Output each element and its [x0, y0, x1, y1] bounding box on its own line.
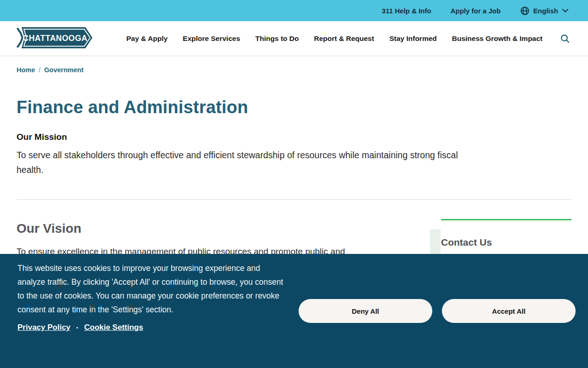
- utility-topbar: 311 Help & Info Apply for a Job English: [0, 0, 588, 21]
- breadcrumb-home[interactable]: Home: [17, 66, 35, 74]
- cookie-message: This website uses cookies to improve you…: [17, 261, 286, 316]
- cookie-links: Privacy Policy ▪ Cookie Settings: [17, 323, 286, 332]
- deny-all-button[interactable]: Deny All: [299, 299, 432, 323]
- contact-us-heading: Contact Us: [441, 237, 571, 248]
- mission-heading: Our Mission: [17, 132, 571, 142]
- site-header: CHATTANOOGA Pay & Apply Explore Services…: [0, 21, 588, 56]
- nav-stay-informed[interactable]: Stay Informed: [389, 34, 436, 43]
- nav-report-request[interactable]: Report & Request: [314, 34, 374, 43]
- breadcrumb-government[interactable]: Government: [44, 66, 83, 74]
- chattanooga-logo[interactable]: CHATTANOOGA: [17, 27, 92, 50]
- chevron-down-icon: [562, 8, 569, 13]
- vision-heading: Our Vision: [17, 221, 421, 236]
- nav-things-to-do[interactable]: Things to Do: [255, 34, 299, 43]
- language-label: English: [533, 7, 558, 15]
- cookie-consent-banner: This website uses cookies to improve you…: [0, 254, 588, 368]
- globe-icon: [520, 6, 530, 16]
- language-selector[interactable]: English: [520, 6, 569, 16]
- accept-all-button[interactable]: Accept All: [442, 299, 576, 323]
- cookie-buttons: Deny All Accept All: [299, 299, 576, 323]
- logo-text: CHATTANOOGA: [23, 33, 88, 42]
- mission-text: To serve all stakeholders through effect…: [17, 148, 481, 177]
- apply-job-link[interactable]: Apply for a Job: [451, 7, 501, 15]
- vision-column: Our Vision To ensure excellence in the m…: [17, 200, 421, 259]
- privacy-policy-link[interactable]: Privacy Policy: [17, 323, 70, 332]
- cookie-settings-link[interactable]: Cookie Settings: [84, 323, 143, 332]
- cookie-text-block: This website uses cookies to improve you…: [17, 254, 286, 368]
- nav-explore-services[interactable]: Explore Services: [183, 34, 240, 43]
- links-separator-bullet: ▪: [76, 325, 78, 330]
- page-title: Finance and Administration: [17, 98, 571, 117]
- main-nav: Pay & Apply Explore Services Things to D…: [126, 34, 570, 43]
- nav-business-growth[interactable]: Business Growth & Impact: [452, 34, 543, 43]
- breadcrumb-separator: /: [39, 66, 40, 74]
- help-info-link[interactable]: 311 Help & Info: [382, 7, 431, 15]
- search-icon[interactable]: [560, 34, 570, 43]
- breadcrumb: Home / Government: [17, 66, 571, 74]
- nav-pay-apply[interactable]: Pay & Apply: [126, 34, 168, 43]
